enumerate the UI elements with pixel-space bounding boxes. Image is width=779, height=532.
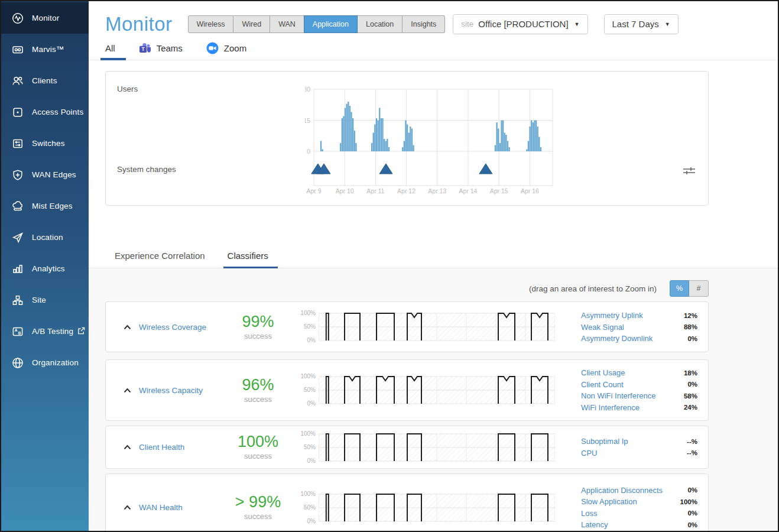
sidebar-item-switches[interactable]: Switches — [1, 128, 89, 159]
metric-link-non-wifi-interference[interactable]: Non WiFi Interference — [581, 391, 655, 400]
external-link-icon — [77, 327, 85, 336]
monitor-tab-wan[interactable]: WAN — [270, 15, 304, 33]
switches-icon — [11, 137, 25, 150]
sidebar-item-analytics[interactable]: Analytics — [1, 253, 89, 284]
clients-icon — [11, 74, 25, 87]
chevron-up-icon[interactable] — [124, 325, 131, 330]
metric-value: 24% — [684, 404, 697, 411]
classifier-metric-row: Slow Application100% — [581, 497, 697, 506]
sidebar-item-organization[interactable]: Organization — [1, 347, 89, 378]
metric-value: --% — [687, 438, 697, 445]
classifier-title-link[interactable]: WAN Health — [139, 503, 183, 512]
metric-link-client-count[interactable]: Client Count — [581, 380, 624, 389]
success-rate: 100%success — [221, 434, 295, 460]
metric-link-client-usage[interactable]: Client Usage — [581, 368, 625, 377]
site-selector[interactable]: site Office [PRODUCTION] ▼ — [453, 14, 588, 34]
tab-experience-correlation[interactable]: Experience Correlation — [113, 251, 206, 268]
metric-link-suboptimal-ip[interactable]: Suboptimal Ip — [581, 437, 628, 446]
classifier-metric-row: Application Disconnects0% — [581, 486, 697, 495]
metric-link-latency[interactable]: Latency — [581, 520, 608, 529]
tab-classifiers[interactable]: Classifiers — [226, 251, 270, 268]
monitor-icon — [11, 12, 25, 25]
metric-link-cpu[interactable]: CPU — [581, 449, 597, 458]
success-rate: > 99%success — [221, 494, 295, 521]
classifier-card-wireless-coverage: Wireless Coverage99%success100%50%0%Asym… — [105, 301, 709, 352]
time-range-selector[interactable]: Last 7 Days ▼ — [604, 14, 679, 34]
subtab-zoom[interactable]: Zoom — [206, 37, 246, 60]
chevron-up-icon[interactable] — [124, 388, 131, 393]
metric-link-slow-application[interactable]: Slow Application — [581, 497, 637, 506]
sidebar-item-mist-edges[interactable]: Mist Edges — [1, 190, 89, 222]
sidebar-item-marvis[interactable]: Marvis™ — [1, 34, 89, 65]
classifier-card-client-health: Client Health100%success100%50%0%Subopti… — [105, 426, 709, 469]
sidebar-item-label: Organization — [32, 358, 79, 367]
chevron-down-icon: ▼ — [665, 21, 670, 27]
metric-link-loss[interactable]: Loss — [581, 509, 597, 518]
success-rate: 99%success — [221, 314, 295, 340]
metric-link-asymmetry-uplink[interactable]: Asymmetry Uplink — [581, 311, 643, 320]
zoom-hint-row: (drag an area of interest to Zoom in) %# — [105, 280, 709, 297]
svg-text:0: 0 — [307, 148, 310, 155]
monitor-tab-wired[interactable]: Wired — [233, 15, 270, 33]
main-content: Monitor WirelessWiredWANApplicationLocat… — [89, 1, 778, 531]
metric-link-asymmetry-downlink[interactable]: Asymmetry Downlink — [581, 334, 653, 343]
success-rate-sparkline[interactable] — [319, 492, 555, 524]
sidebar-item-label: WAN Edges — [32, 170, 76, 179]
monitor-tab-insights[interactable]: Insights — [403, 15, 445, 33]
sidebar-item-monitor[interactable]: Monitor — [1, 2, 89, 34]
classifier-title-link[interactable]: Wireless Coverage — [139, 323, 206, 332]
metric-link-weak-signal[interactable]: Weak Signal — [581, 323, 624, 332]
classifier-metric-row: Weak Signal88% — [581, 323, 697, 332]
sidebar-item-site[interactable]: Site — [1, 284, 89, 316]
success-rate-sparkline[interactable] — [319, 432, 555, 463]
section-tabs: Experience CorrelationClassifiers — [89, 248, 778, 268]
site-selector-label: site — [461, 20, 473, 28]
metric-value: 0% — [687, 486, 697, 494]
subtab-all[interactable]: All — [105, 37, 115, 60]
classifier-metric-row: Asymmetry Uplink12% — [581, 311, 697, 320]
monitor-tab-location[interactable]: Location — [358, 15, 403, 33]
sparkline-y-axis: 100%50%0% — [295, 374, 319, 406]
chart-settings-sliders-icon[interactable] — [683, 166, 695, 178]
chevron-up-icon[interactable] — [124, 445, 131, 450]
sidebar-item-label: Site — [32, 296, 46, 304]
sidebar-item-location[interactable]: Location — [1, 222, 89, 253]
users-bar-chart[interactable]: 30150Apr 9Apr 10Apr 11Apr 12Apr 13Apr 14… — [305, 86, 556, 199]
sidebar-item-wan-edges[interactable]: WAN Edges — [1, 159, 89, 190]
success-rate-value: 96% — [221, 377, 295, 393]
classifier-header: WAN Health — [106, 503, 221, 512]
classifier-metrics: Application Disconnects0%Slow Applicatio… — [555, 483, 708, 532]
classifier-header: Client Health — [106, 443, 221, 452]
metric-link-wifi-interference[interactable]: WiFi Interference — [581, 403, 640, 412]
svg-text:30: 30 — [305, 86, 310, 93]
svg-text:B: B — [18, 330, 21, 335]
classifier-metric-row: Suboptimal Ip--% — [581, 437, 697, 446]
svg-text:Apr 16: Apr 16 — [521, 187, 539, 194]
subtab-teams[interactable]: TTeams — [139, 37, 183, 60]
location-icon — [11, 231, 25, 244]
sidebar-item-a-b-testing[interactable]: ABA/B Testing — [1, 316, 89, 347]
metric-link-application-disconnects[interactable]: Application Disconnects — [581, 486, 663, 495]
monitor-tab-application[interactable]: Application — [304, 15, 358, 33]
success-rate-sparkline[interactable] — [319, 374, 555, 406]
classifier-title-link[interactable]: Client Health — [139, 443, 184, 452]
sparkline-y-axis: 100%50%0% — [295, 492, 319, 524]
sidebar-item-clients[interactable]: Clients — [1, 65, 89, 96]
monitor-tab-wireless[interactable]: Wireless — [188, 15, 234, 33]
organization-icon — [11, 356, 25, 369]
overview-card: Users System changes 30150Apr 9Apr 10Apr… — [105, 71, 709, 206]
chevron-up-icon[interactable] — [124, 505, 131, 510]
sparkline-panel: 100%50%0% — [295, 492, 555, 524]
sparkline-y-axis: 100%50%0% — [295, 311, 319, 343]
success-rate-value: 100% — [221, 434, 295, 450]
sidebar-item-access-points[interactable]: Access Points — [1, 96, 89, 128]
success-rate-sparkline[interactable] — [319, 311, 555, 343]
svg-text:Apr 9: Apr 9 — [306, 187, 321, 194]
sparkline-panel: 100%50%0% — [295, 432, 555, 463]
classifier-title-link[interactable]: Wireless Capacity — [139, 386, 203, 395]
unit-toggle-count[interactable]: # — [689, 280, 709, 297]
unit-toggle-percent[interactable]: % — [670, 280, 689, 297]
metric-value: 88% — [684, 323, 697, 330]
svg-text:A: A — [15, 328, 18, 332]
sidebar-item-label: Mist Edges — [32, 202, 73, 210]
